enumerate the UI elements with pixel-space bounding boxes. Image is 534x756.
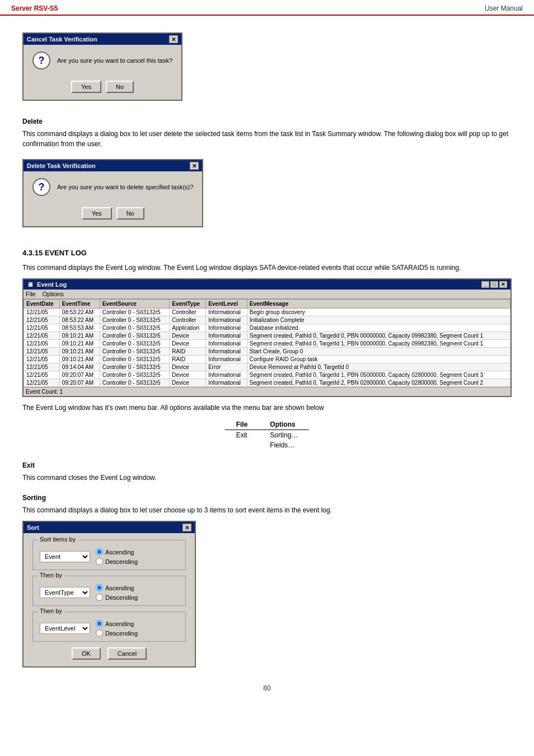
- delete-dialog-buttons: Yes No: [24, 203, 202, 226]
- sort-select-2[interactable]: EventType: [40, 587, 90, 598]
- restore-button[interactable]: □: [490, 281, 498, 288]
- delete-dialog-close[interactable]: ✕: [190, 162, 199, 170]
- event-log-titlebar: 🖥 Event Log _ □ ✕: [24, 279, 510, 290]
- exit-text: This command closes the Event Log window…: [22, 473, 512, 483]
- table-cell-9-5: Segment created, PathId 0, TargetId 2, P…: [247, 379, 510, 387]
- event-log-title: 🖥 Event Log: [27, 281, 67, 288]
- table-cell-4-1: 09:10:21 AM: [59, 340, 100, 348]
- sort-group-2-label: Then by: [38, 572, 64, 578]
- col-eventsource: EventSource: [100, 300, 170, 309]
- menu-table: File Options Exit Sorting… Fields…: [225, 419, 310, 450]
- page-header: Server RSV-S5 User Manual: [0, 0, 534, 16]
- table-cell-7-0: 12/21/05: [24, 363, 60, 371]
- menu-options-fields: Fields…: [259, 440, 309, 450]
- sort-group-2-content: EventType Ascending Descending: [40, 584, 179, 601]
- sort-radio-desc-1-input[interactable]: [96, 558, 103, 565]
- sort-radio-group-1: Ascending Descending: [96, 548, 138, 565]
- table-row: 12/21/0508:53:53 AMController 0 - SII313…: [24, 324, 510, 332]
- file-header: File: [225, 419, 259, 430]
- table-row: 12/21/0509:20:07 AMController 0 - SII313…: [24, 379, 510, 387]
- sort-dialog-close[interactable]: ✕: [182, 524, 191, 531]
- sort-radio-desc-2-label: Descending: [105, 594, 138, 601]
- sort-group-3: Then by EventLevel Ascending Descending: [32, 612, 186, 642]
- sort-cancel-button[interactable]: Cancel: [107, 647, 147, 660]
- sort-group-1-content: Event Ascending Descending: [40, 548, 179, 565]
- sort-radio-desc-3-input[interactable]: [96, 629, 103, 637]
- table-cell-7-4: Error: [206, 363, 247, 371]
- delete-yes-button[interactable]: Yes: [82, 207, 112, 220]
- cancel-dialog-close[interactable]: ✕: [169, 35, 178, 43]
- menu-description: The Event Log window has it's own menu b…: [22, 403, 512, 413]
- event-log-table: EventDate EventTime EventSource EventTyp…: [24, 299, 510, 387]
- table-cell-2-2: Controller 0 - SII3132r5: [100, 324, 170, 332]
- table-cell-6-0: 12/21/05: [24, 356, 60, 363]
- table-cell-6-3: RAID: [170, 356, 206, 363]
- cancel-dialog: Cancel Task Verification ✕ ? Are you sur…: [22, 32, 182, 101]
- sort-dialog: Sort ✕ Sort items by Event Ascending: [22, 521, 196, 668]
- sort-radio-desc-2-input[interactable]: [96, 594, 103, 601]
- sort-radio-asc-2: Ascending: [96, 584, 138, 591]
- cancel-yes-button[interactable]: Yes: [71, 81, 101, 93]
- col-eventmessage: EventMessage: [247, 300, 510, 309]
- table-cell-3-0: 12/21/05: [24, 332, 60, 340]
- sort-radio-asc-3-input[interactable]: [96, 620, 103, 627]
- table-row: 12/21/0509:20:07 AMController 0 - SII313…: [24, 371, 510, 379]
- exit-heading: Exit: [22, 461, 512, 469]
- table-cell-7-2: Controller 0 - SII3132r5: [100, 363, 170, 371]
- delete-no-button[interactable]: No: [116, 207, 144, 220]
- sort-radio-asc-3-label: Ascending: [105, 620, 134, 627]
- cancel-dialog-message: Are you sure you want to cancel this tas…: [57, 57, 172, 64]
- close-button[interactable]: ✕: [499, 281, 507, 288]
- sort-group-3-content: EventLevel Ascending Descending: [40, 620, 179, 637]
- table-row: 12/21/0509:10:21 AMController 0 - SII313…: [24, 348, 510, 356]
- table-cell-3-5: Segment created, PathId 0, TargetId 0, P…: [247, 332, 510, 340]
- col-eventdate: EventDate: [24, 300, 60, 309]
- sort-radio-asc-2-input[interactable]: [96, 584, 103, 591]
- sort-select-3[interactable]: EventLevel: [40, 623, 90, 634]
- event-log-section-text: This command displays the Event Log wind…: [22, 263, 512, 273]
- cancel-dialog-body: ? Are you sure you want to cancel this t…: [24, 45, 181, 76]
- sort-radio-asc-1-input[interactable]: [96, 548, 103, 556]
- section-number: 4.3.15 EVENT LOG: [22, 249, 512, 257]
- table-cell-5-4: Informational: [206, 348, 247, 356]
- sort-radio-asc-3: Ascending: [96, 620, 138, 627]
- table-cell-9-2: Controller 0 - SII3132r5: [100, 379, 170, 387]
- sort-radio-asc-1-label: Ascending: [105, 549, 134, 556]
- table-cell-1-5: Initialization Complete: [247, 316, 510, 324]
- table-cell-7-5: Device Removed at PathId 0, TargetId 0: [247, 363, 510, 371]
- menu-options[interactable]: Options: [43, 291, 64, 297]
- table-cell-4-3: Device: [170, 340, 206, 348]
- table-cell-3-3: Device: [170, 332, 206, 340]
- table-cell-9-1: 09:20:07 AM: [59, 379, 100, 387]
- cancel-no-button[interactable]: No: [106, 81, 134, 93]
- table-cell-6-1: 09:10:21 AM: [59, 356, 100, 363]
- table-cell-0-5: Begin group discovery: [247, 309, 510, 316]
- sort-group-3-label: Then by: [38, 608, 64, 614]
- delete-question-icon: ?: [32, 178, 50, 196]
- minimize-button[interactable]: _: [481, 281, 489, 288]
- table-row: 12/21/0509:10:21 AMController 0 - SII313…: [24, 356, 510, 363]
- sort-radio-asc-2-label: Ascending: [105, 585, 134, 591]
- sort-radio-desc-1-label: Descending: [105, 558, 138, 565]
- cancel-dialog-titlebar: Cancel Task Verification ✕: [24, 34, 181, 45]
- menu-file[interactable]: File: [26, 291, 36, 297]
- question-icon: ?: [32, 52, 50, 69]
- page-content: Cancel Task Verification ✕ ? Are you sur…: [0, 16, 534, 703]
- col-eventtype: EventType: [170, 300, 206, 309]
- table-cell-9-4: Informational: [206, 379, 247, 387]
- sorting-heading: Sorting: [22, 494, 512, 502]
- delete-dialog-body: ? Are you sure you want to delete specif…: [24, 171, 202, 203]
- table-row: 12/21/0508:53:22 AMController 0 - SII313…: [24, 309, 510, 316]
- sort-select-1[interactable]: Event: [40, 551, 90, 562]
- cancel-dialog-buttons: Yes No: [24, 76, 181, 100]
- table-cell-2-0: 12/21/05: [24, 324, 60, 332]
- event-log-menubar: File Options: [24, 290, 510, 299]
- table-cell-5-2: Controller 0 - SII3132r5: [100, 348, 170, 356]
- table-cell-2-4: Informational: [206, 324, 247, 332]
- sort-dialog-buttons: OK Cancel: [32, 647, 186, 660]
- menu-options-sorting: Sorting…: [259, 430, 309, 441]
- sort-ok-button[interactable]: OK: [72, 647, 101, 660]
- table-cell-4-2: Controller 0 - SII3132r5: [100, 340, 170, 348]
- options-header: Options: [259, 419, 309, 430]
- table-cell-1-1: 08:53:22 AM: [59, 316, 100, 324]
